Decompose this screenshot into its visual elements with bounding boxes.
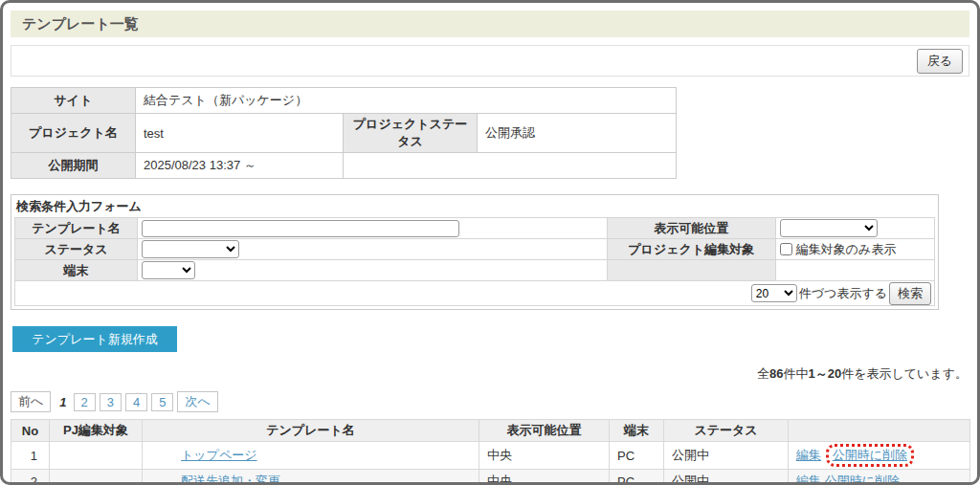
search-criteria-table: テンプレート名 表示可能位置 ステータス プロジェクト編集対象 編集対象のみ表示… — [14, 217, 935, 281]
publish-period-label: 公開期間 — [11, 153, 136, 179]
back-button[interactable]: 戻る — [917, 49, 963, 74]
template-name-link[interactable]: トップページ — [181, 448, 257, 462]
pager-current-page: 1 — [55, 394, 71, 410]
pager-page-3[interactable]: 3 — [100, 393, 122, 411]
per-page-select[interactable]: 20 — [751, 284, 797, 302]
search-footer: 20 件づつ表示する 検索 — [14, 281, 935, 306]
create-template-button[interactable]: テンプレート新規作成 — [12, 326, 177, 352]
info-row-site: サイト 結合テスト（新パッケージ） — [11, 88, 677, 114]
row-position: 中央 — [479, 442, 610, 470]
display-position-label: 表示可能位置 — [607, 218, 775, 239]
page-frame: テンプレート一覧 戻る サイト 結合テスト（新パッケージ） プロジェクト名 te… — [0, 0, 980, 485]
status-label: ステータス — [15, 239, 138, 260]
search-button[interactable]: 検索 — [889, 282, 931, 305]
pager-page-5[interactable]: 5 — [151, 393, 173, 411]
template-name-label: テンプレート名 — [15, 218, 138, 239]
summary-text: 件を表示しています。 — [841, 366, 968, 381]
edit-link[interactable]: 編集 — [796, 474, 821, 485]
site-label: サイト — [11, 88, 136, 114]
summary-text: 件中 — [783, 366, 808, 381]
device-select[interactable] — [142, 261, 195, 279]
publish-period-value: 2025/08/23 13:37 ～ — [136, 153, 344, 179]
project-info-table: サイト 結合テスト（新パッケージ） プロジェクト名 test プロジェクトステー… — [11, 87, 677, 179]
header-template-name: テンプレート名 — [143, 420, 479, 442]
device-label: 端末 — [15, 260, 138, 281]
template-list-table: No PJ編集対象 テンプレート名 表示可能位置 端末 ステータス 1 トップペ… — [11, 419, 970, 485]
summary-text: 全 — [757, 366, 769, 381]
header-no: No — [11, 420, 50, 442]
header-pj-edit: PJ編集対象 — [50, 420, 143, 442]
back-strip: 戻る — [11, 45, 969, 77]
header-display-position: 表示可能位置 — [479, 420, 610, 442]
project-status-value: 公開承認 — [478, 114, 677, 153]
row-pj-edit — [50, 470, 143, 485]
template-name-link[interactable]: 配送先追加・変更 — [181, 474, 280, 485]
project-name-label: プロジェクト名 — [11, 114, 136, 153]
summary-total: 86 — [769, 366, 783, 381]
status-select[interactable] — [142, 240, 239, 258]
pager-next[interactable]: 次へ — [177, 391, 217, 412]
pager-page-4[interactable]: 4 — [125, 393, 147, 411]
info-row-project: プロジェクト名 test プロジェクトステータス 公開承認 — [11, 114, 677, 153]
pager-page-2[interactable]: 2 — [74, 393, 96, 411]
row-no: 2 — [11, 470, 50, 485]
pager-prev[interactable]: 前へ — [11, 391, 51, 412]
row-no: 1 — [11, 442, 50, 470]
page-title: テンプレート一覧 — [22, 15, 139, 33]
header-actions — [789, 420, 970, 442]
table-header-row: No PJ編集対象 テンプレート名 表示可能位置 端末 ステータス — [11, 420, 970, 442]
annotation-highlight-box: 公開時に削除 — [826, 444, 914, 467]
delete-on-publish-link[interactable]: 公開時に削除 — [833, 448, 907, 462]
per-page-suffix: 件づつ表示する — [799, 285, 887, 302]
title-bar: テンプレート一覧 — [11, 11, 969, 37]
pagination: 前へ 1 2 3 4 5 次へ — [11, 391, 969, 412]
empty-cell — [344, 153, 677, 179]
project-edit-target-label: プロジェクト編集対象 — [607, 239, 775, 260]
edit-only-checkbox[interactable] — [780, 243, 792, 255]
info-row-period: 公開期間 2025/08/23 13:37 ～ — [11, 153, 677, 179]
search-form: 検索条件入力フォーム テンプレート名 表示可能位置 ステータス プロジェクト編集… — [11, 194, 939, 310]
row-device: PC — [610, 442, 664, 470]
header-status: ステータス — [664, 420, 789, 442]
row-status: 公開中 — [664, 470, 789, 485]
template-name-input[interactable] — [142, 220, 459, 237]
edit-link[interactable]: 編集 — [796, 448, 821, 462]
row-device: PC — [610, 470, 664, 485]
empty-cell — [775, 260, 934, 281]
table-row: 1 トップページ 中央 PC 公開中 編集 公開時に削除 — [11, 442, 970, 470]
row-status: 公開中 — [664, 442, 789, 470]
row-actions: 編集 公開時に削除 — [789, 470, 970, 485]
search-form-title: 検索条件入力フォーム — [14, 197, 935, 217]
row-pj-edit — [50, 442, 143, 470]
display-position-select[interactable] — [780, 219, 878, 237]
delete-on-publish-link[interactable]: 公開時に削除 — [825, 474, 900, 485]
summary-range: 1～20 — [808, 366, 841, 381]
empty-label-cell — [607, 260, 775, 281]
project-name-value: test — [136, 114, 344, 153]
row-position: 中央 — [479, 470, 610, 485]
edit-only-checkbox-label: 編集対象のみ表示 — [796, 241, 897, 258]
result-summary: 全86件中1～20件を表示しています。 — [11, 365, 969, 383]
row-actions: 編集 公開時に削除 — [789, 442, 970, 470]
project-status-label: プロジェクトステータス — [344, 114, 478, 153]
table-row: 2 配送先追加・変更 中央 PC 公開中 編集 公開時に削除 — [11, 470, 970, 485]
header-device: 端末 — [610, 420, 664, 442]
site-value: 結合テスト（新パッケージ） — [136, 88, 677, 114]
